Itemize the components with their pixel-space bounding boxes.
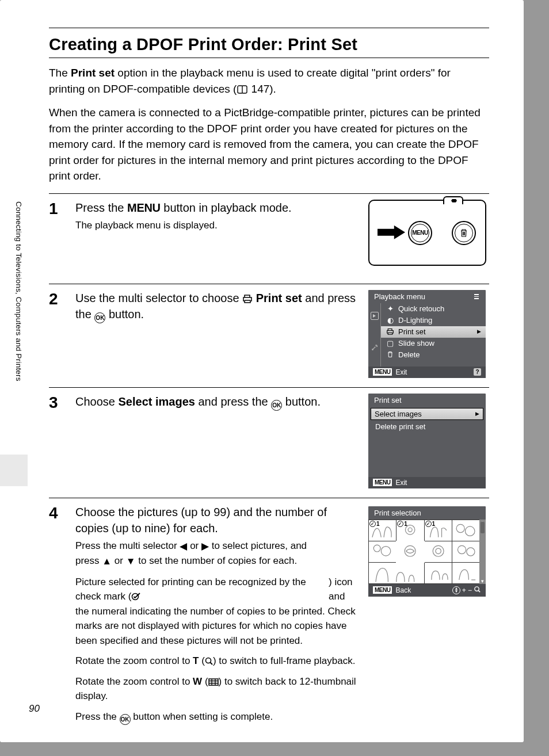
lcd-footer-label: Exit <box>395 368 407 376</box>
lcd-header: Playback menu <box>368 290 486 303</box>
lcd-header: Print set <box>368 394 486 407</box>
sidebar-chapter-text: Connecting to Televisions, Computers and… <box>14 201 23 381</box>
svg-point-1 <box>205 658 211 663</box>
triangle-up-icon: ▲ <box>102 554 112 569</box>
svg-point-14 <box>475 587 479 591</box>
svg-point-12 <box>458 545 466 553</box>
chevron-right-icon: ▶ <box>477 329 481 334</box>
page-number: 90 <box>29 703 40 715</box>
lcd-footer: MENU Back ▴▾ + − <box>368 584 486 597</box>
menu-item-quick-retouch: ✦Quick retouch <box>381 303 486 315</box>
lcd-header: Print selection <box>368 506 486 520</box>
rule-step-4 <box>49 498 489 498</box>
svg-point-7 <box>373 545 380 552</box>
menu-item-d-lighting: ◐D-Lighting <box>381 315 486 326</box>
triangle-down-icon: ▼ <box>126 554 136 569</box>
step-4-p4: Rotate the zoom control to W () to switc… <box>75 674 357 704</box>
slideshow-icon: ▢ <box>386 339 395 348</box>
thumbnail <box>452 563 479 583</box>
svg-point-6 <box>465 526 475 536</box>
check-icon: ✓ <box>397 521 403 527</box>
intro-block: The Print set option in the playback men… <box>49 65 489 184</box>
wrench-icon <box>371 344 378 351</box>
lcd-title: Playback menu <box>374 292 425 301</box>
step-3: 3 Choose Select images and press the OK … <box>49 394 489 488</box>
page-indicator-icon <box>474 294 480 299</box>
rule-step-1 <box>49 193 489 194</box>
step-4-title: Choose the pictures (up to 99) and the n… <box>75 504 329 536</box>
help-icon: ? <box>474 368 481 376</box>
intro-paragraph-2: When the camera is connected to a PictBr… <box>49 105 489 184</box>
lcd-title: Print selection <box>374 509 421 517</box>
menu-item-print-set: Print set▶ <box>381 326 486 338</box>
page-title: Creating a DPOF Print Order: Print Set <box>49 35 489 54</box>
lcd-footer: MENU Exit ? <box>368 366 486 378</box>
thumbnail: ✓1 <box>369 520 396 541</box>
svg-point-11 <box>435 548 440 553</box>
content: Creating a DPOF Print Order: Print Set T… <box>49 28 489 731</box>
menu-item-delete-print-set: Delete print set <box>368 421 486 433</box>
arrow-right-icon <box>378 226 405 239</box>
step-number: 2 <box>49 290 64 378</box>
magnify-icon <box>205 655 213 666</box>
triangle-left-icon: ◀ <box>180 539 187 554</box>
print-set-icon <box>386 328 395 335</box>
menu-item-delete: Delete <box>381 349 486 361</box>
menu-tag-icon: MENU <box>373 368 392 376</box>
svg-point-10 <box>433 545 444 556</box>
updown-icon: ▴▾ <box>452 586 460 594</box>
svg-point-8 <box>381 546 391 556</box>
camera-delete-button <box>452 221 476 245</box>
chevron-right-icon: ▶ <box>475 411 479 417</box>
step-1-subtitle: The playback menu is displayed. <box>75 218 357 233</box>
thumbnail <box>452 541 479 562</box>
lcd-footer-right: ▴▾ + − <box>452 586 481 595</box>
check-icon: ✓ <box>425 521 432 527</box>
step-4: 4 Choose the pictures (up to 99) and the… <box>49 504 489 731</box>
step-number: 3 <box>49 394 64 488</box>
ok-button-icon: OK <box>94 312 105 323</box>
thumbnail: ✓1 <box>425 520 452 541</box>
d-lighting-icon: ◐ <box>386 316 395 324</box>
step-3-lcd: Print set Select images▶ Delete print se… <box>368 394 489 488</box>
thumbnail <box>369 541 396 562</box>
menu-tag-icon: MENU <box>373 586 392 594</box>
step-number: 1 <box>49 200 64 274</box>
menu-item-slide-show: ▢Slide show <box>381 338 486 349</box>
trash-icon <box>386 351 395 358</box>
scrollbar: ▴ ▾ <box>479 520 486 584</box>
rule-under-title <box>49 58 489 58</box>
book-reference-icon <box>237 82 248 98</box>
lcd-footer-label: Back <box>395 586 411 594</box>
lcd-footer-label: Exit <box>395 479 407 487</box>
menu-item-select-images: Select images▶ <box>371 408 483 420</box>
thumbnail-large <box>369 563 424 583</box>
checkmark-circle-icon <box>131 591 142 602</box>
check-icon: ✓ <box>369 521 376 527</box>
intro-paragraph-1: The Print set option in the playback men… <box>49 65 489 98</box>
ok-button-icon: OK <box>120 714 131 725</box>
rule-step-3 <box>49 387 489 388</box>
step-3-title: Choose Select images and press the OK bu… <box>75 394 357 411</box>
step-1-title: Press the MENU button in playback mode. <box>75 200 357 216</box>
rule-top <box>49 28 489 28</box>
thumbnail: ✓1 <box>396 520 424 541</box>
trash-icon <box>459 228 468 238</box>
thumbnail <box>425 563 452 583</box>
thumbnail-grid: ✓1 ✓1 ✓1 <box>368 520 479 584</box>
print-set-icon <box>242 292 253 304</box>
page: Connecting to Televisions, Computers and… <box>0 0 524 742</box>
step-1-illustration: MENU <box>368 200 489 274</box>
svg-rect-2 <box>209 679 218 685</box>
step-4-p5: Press the OK button when setting is comp… <box>75 709 357 725</box>
camera-top-dial-icon <box>443 196 463 204</box>
step-2-title: Use the multi selector to choose Print s… <box>75 290 357 324</box>
lcd-title: Print set <box>374 396 402 404</box>
thumbnail <box>452 520 479 541</box>
retouch-icon: ✦ <box>386 304 395 313</box>
step-4-p1: Press the multi selector ◀ or ▶ to selec… <box>75 539 329 569</box>
lcd-footer: MENU Exit <box>368 477 486 488</box>
triangle-right-icon: ▶ <box>201 539 209 554</box>
thumbnail-selected <box>396 541 424 562</box>
menu-tag-icon: MENU <box>373 479 392 486</box>
